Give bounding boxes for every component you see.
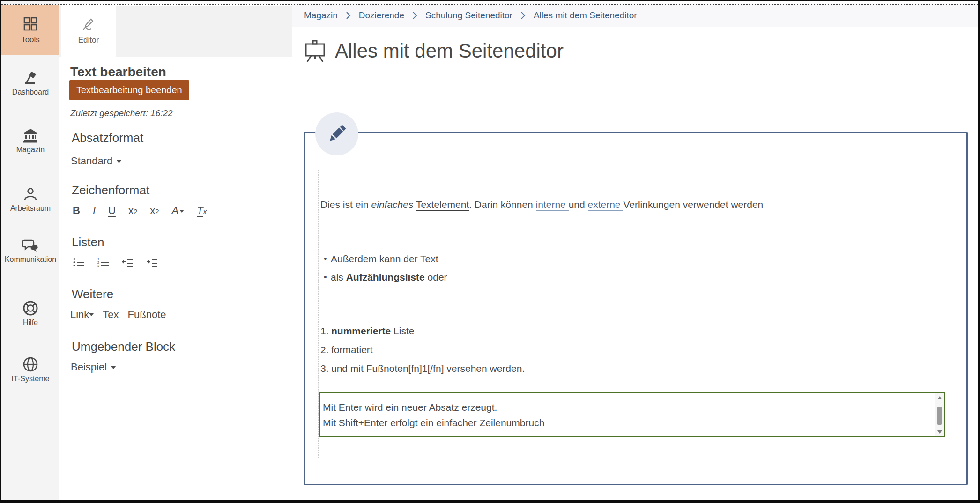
globe-icon xyxy=(22,356,39,373)
surrounding-block-selected: Beispiel xyxy=(71,361,107,373)
text-color-dropdown[interactable]: A xyxy=(172,205,185,217)
bullet-list-button[interactable] xyxy=(73,257,85,269)
more-toolbar: Link Tex Fußnote xyxy=(70,309,166,321)
text-paragraph: Dies ist ein einfaches Textelement. Dari… xyxy=(320,197,763,213)
bold-text: nummerierte xyxy=(331,325,391,336)
scrollbar-track[interactable] xyxy=(935,402,944,428)
chevron-right-icon xyxy=(520,11,526,20)
textarea-scrollbar[interactable] xyxy=(935,393,944,436)
lifebuoy-icon xyxy=(22,300,39,317)
arrow-down-icon xyxy=(937,430,942,434)
bullet-marker: • xyxy=(320,250,331,268)
breadcrumb-item-dozierende[interactable]: Dozierende xyxy=(359,10,404,21)
tab-editor-label: Editor xyxy=(78,36,99,45)
app-window: Tools Dashboard Magazin xyxy=(0,0,980,503)
indent-button[interactable] xyxy=(146,257,158,269)
section-title-lists: Listen xyxy=(72,235,104,250)
superscript-button[interactable]: x2 xyxy=(128,205,137,217)
edit-mode-badge xyxy=(315,112,358,155)
panel-heading: Text bearbeiten xyxy=(70,65,166,80)
surrounding-block-dropdown[interactable]: Beispiel xyxy=(71,361,116,373)
sidebar-item-label: Dashboard xyxy=(12,88,49,96)
list-toolbar: 123 xyxy=(73,257,158,269)
tab-editor[interactable]: Editor xyxy=(61,6,116,57)
underline-button[interactable]: U xyxy=(108,205,116,217)
section-title-paragraph-format: Absatzformat xyxy=(72,131,143,145)
last-saved-status: Zuletzt gespeichert: 16:22 xyxy=(70,108,173,118)
subscript-button[interactable]: x2 xyxy=(150,205,159,217)
sidebar-item-arbeitsraum[interactable]: Arbeitsraum xyxy=(1,186,59,217)
page-title: Alles mit dem Seiteneditor xyxy=(335,40,564,62)
numbered-list: 1. nummerierte Liste 2. formatiert 3. un… xyxy=(320,322,525,378)
editable-content-area[interactable]: Dies ist ein einfaches Textelement. Dari… xyxy=(318,170,946,458)
sidebar-item-label: IT-Systeme xyxy=(12,375,50,383)
numbered-list-icon: 123 xyxy=(97,257,110,268)
number-marker: 3. xyxy=(320,359,331,378)
pencil-icon xyxy=(325,122,349,146)
finish-editing-button[interactable]: Textbearbeitung beenden xyxy=(69,80,189,100)
tex-button[interactable]: Tex xyxy=(103,309,119,321)
list-item: 3. und mit Fußnoten[fn]1[/fn] versehen w… xyxy=(320,359,525,378)
caret-down-icon xyxy=(111,366,116,369)
page-editor-block: Dies ist ein einfaches Textelement. Dari… xyxy=(304,132,968,485)
bank-building-icon xyxy=(22,128,38,144)
textarea-line: Mit Shift+Enter erfolgt ein einfacher Ze… xyxy=(323,415,931,430)
textarea-content: Mit Enter wird ein neuer Absatz erzeugt.… xyxy=(320,393,935,436)
text-edit-textarea[interactable]: Mit Enter wird ein neuer Absatz erzeugt.… xyxy=(319,392,945,437)
breadcrumb-item-current: Alles mit dem Seiteneditor xyxy=(534,10,637,21)
scroll-down-button[interactable] xyxy=(935,428,944,436)
italic-text: einfaches xyxy=(371,199,414,210)
section-title-more: Weitere xyxy=(72,287,113,302)
scrollbar-thumb[interactable] xyxy=(937,407,942,425)
paragraph-format-selected: Standard xyxy=(71,155,112,167)
bold-button[interactable]: B xyxy=(73,205,80,217)
outdent-button[interactable] xyxy=(121,257,134,269)
sidebar-item-it-systeme[interactable]: IT-Systeme xyxy=(1,356,59,387)
svg-text:3: 3 xyxy=(97,264,99,268)
char-format-toolbar: B I U x2 x2 A Tx xyxy=(73,205,207,217)
number-marker: 2. xyxy=(320,340,331,359)
scroll-up-button[interactable] xyxy=(935,393,944,402)
bullet-marker: • xyxy=(320,268,331,286)
chevron-right-icon xyxy=(412,11,417,20)
clear-format-button[interactable]: Tx xyxy=(197,205,207,217)
list-item: • Außerdem kann der Text xyxy=(320,250,447,268)
bold-text: Aufzählungsliste xyxy=(346,272,425,282)
list-item: • als Aufzählungsliste oder xyxy=(320,268,447,286)
italic-button[interactable]: I xyxy=(93,205,96,217)
breadcrumb: Magazin Dozierende Schulung Seiteneditor… xyxy=(292,4,978,27)
list-item: 1. nummerierte Liste xyxy=(320,322,525,340)
desk-lamp-icon xyxy=(22,70,38,86)
sidebar-item-hilfe[interactable]: Hilfe xyxy=(1,300,59,331)
caret-down-icon xyxy=(179,210,184,213)
list-item: 2. formatiert xyxy=(320,340,525,359)
footnote-button[interactable]: Fußnote xyxy=(128,309,166,321)
sidebar-item-magazin[interactable]: Magazin xyxy=(1,128,59,159)
external-link[interactable]: externe xyxy=(588,199,624,211)
sidebar-item-label: Tools xyxy=(21,35,40,44)
sidebar-item-kommunikation[interactable]: Kommunikation xyxy=(1,237,59,268)
panel-tabstrip: Editor xyxy=(59,6,292,57)
paragraph-format-dropdown[interactable]: Standard xyxy=(71,155,122,167)
section-title-char-format: Zeichenformat xyxy=(72,183,149,198)
person-icon xyxy=(22,186,38,202)
pen-icon xyxy=(82,18,96,32)
caret-down-icon xyxy=(116,160,122,163)
sidebar-item-label: Magazin xyxy=(16,146,45,154)
chevron-right-icon xyxy=(346,11,351,20)
breadcrumb-item-schulung-seiteneditor[interactable]: Schulung Seiteneditor xyxy=(425,10,512,21)
link-dropdown[interactable]: Link xyxy=(70,309,94,321)
internal-link[interactable]: interne xyxy=(536,199,569,211)
sidebar-item-dashboard[interactable]: Dashboard xyxy=(1,70,59,101)
textarea-line: Mit Enter wird ein neuer Absatz erzeugt. xyxy=(323,399,931,415)
arrow-up-icon xyxy=(937,396,942,399)
editor-tool-panel: Editor Text bearbeiten Textbearbeitung b… xyxy=(59,1,292,500)
bullet-list: • Außerdem kann der Text • als Aufzählun… xyxy=(320,250,447,286)
section-title-surrounding-block: Umgebender Block xyxy=(72,340,175,354)
main-sidebar: Tools Dashboard Magazin xyxy=(1,1,59,500)
sidebar-item-label: Kommunikation xyxy=(5,255,56,264)
numbered-list-button[interactable]: 123 xyxy=(97,257,110,269)
breadcrumb-item-magazin[interactable]: Magazin xyxy=(304,10,338,21)
sidebar-item-tools[interactable]: Tools xyxy=(1,5,59,55)
outdent-icon xyxy=(121,257,134,268)
